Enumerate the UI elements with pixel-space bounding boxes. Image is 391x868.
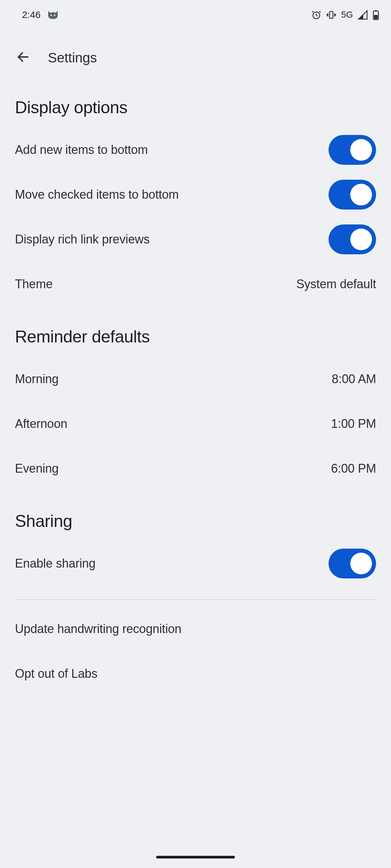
toggle-rich-links[interactable] [329,224,376,254]
theme-value: System default [296,277,376,291]
row-enable-sharing[interactable]: Enable sharing [15,541,376,586]
row-labs[interactable]: Opt out of Labs [15,651,376,696]
svg-rect-5 [375,10,377,11]
row-morning[interactable]: Morning 8:00 AM [15,357,376,401]
page-title: Settings [48,50,97,65]
back-button[interactable] [14,48,33,67]
svg-point-1 [54,14,55,16]
svg-point-0 [50,14,52,16]
morning-label: Morning [15,372,59,386]
evening-value: 6:00 PM [331,461,376,476]
rich-links-label: Display rich link previews [15,232,150,246]
labs-label: Opt out of Labs [15,667,97,681]
row-evening[interactable]: Evening 6:00 PM [15,446,376,491]
settings-content: Display options Add new items to bottom … [0,77,391,868]
enable-sharing-label: Enable sharing [15,556,95,571]
svg-rect-3 [330,12,333,18]
row-afternoon[interactable]: Afternoon 1:00 PM [15,401,376,446]
toggle-add-new-items[interactable] [329,135,376,165]
row-handwriting[interactable]: Update handwriting recognition [15,607,376,651]
add-new-items-label: Add new items to bottom [15,143,148,157]
section-reminder-defaults: Reminder defaults [15,307,376,357]
arrow-left-icon [16,50,30,65]
afternoon-label: Afternoon [15,417,67,431]
theme-label: Theme [15,277,53,291]
row-add-new-items[interactable]: Add new items to bottom [15,127,376,172]
toggle-enable-sharing[interactable] [329,549,376,578]
move-checked-label: Move checked items to bottom [15,188,179,202]
afternoon-value: 1:00 PM [331,417,376,431]
evening-label: Evening [15,461,59,476]
section-sharing: Sharing [15,491,376,541]
section-display-options: Display options [15,77,376,127]
morning-value: 8:00 AM [332,372,376,386]
home-indicator[interactable] [156,856,235,859]
divider [15,599,376,600]
row-rich-links[interactable]: Display rich link previews [15,217,376,262]
status-bar: 2:46 5G [0,0,391,18]
row-move-checked[interactable]: Move checked items to bottom [15,172,376,217]
toggle-move-checked[interactable] [329,180,376,210]
row-theme[interactable]: Theme System default [15,262,376,307]
handwriting-label: Update handwriting recognition [15,622,181,636]
app-bar: Settings [0,18,391,77]
